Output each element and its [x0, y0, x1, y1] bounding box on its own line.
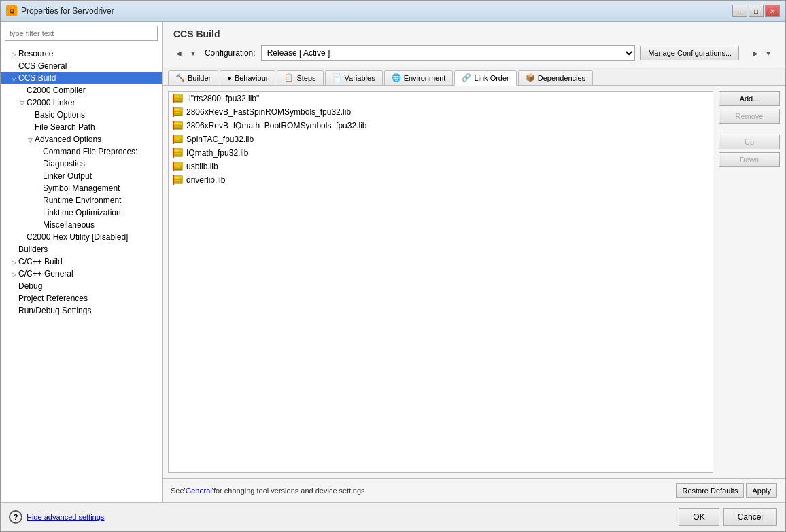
- tab-icon-steps: 📋: [284, 73, 294, 82]
- list-item[interactable]: 2806xRevB_IQmath_BootROMSymbols_fpu32.li…: [169, 119, 713, 132]
- tree-item-command-file[interactable]: Command File Preproces:: [1, 145, 162, 158]
- tab-link-order[interactable]: 🔗Link Order: [454, 70, 516, 86]
- tree-item-diagnostics[interactable]: Diagnostics: [1, 158, 162, 170]
- title-buttons: — □ ✕: [732, 5, 780, 17]
- tree-item-label: C/C++ Build: [18, 257, 63, 266]
- tree-item-linker-output[interactable]: Linker Output: [1, 170, 162, 182]
- list-item-label: IQmath_fpu32.lib: [186, 148, 248, 158]
- maximize-button[interactable]: □: [749, 5, 764, 17]
- tree-item-c2000-hex-utility[interactable]: C2000 Hex Utility [Disabled]: [1, 231, 162, 243]
- add-button[interactable]: Add...: [719, 91, 780, 106]
- tree-item-c2000-compiler[interactable]: C2000 Compiler: [1, 84, 162, 96]
- tree-item-ccs-general[interactable]: CCS General: [1, 60, 162, 72]
- restore-defaults-button[interactable]: Restore Defaults: [676, 483, 744, 498]
- title-bar: ⚙ Properties for Servodriver — □ ✕: [1, 1, 785, 22]
- list-item[interactable]: 2806xRevB_FastSpinROMSymbols_fpu32.lib: [169, 105, 713, 119]
- tree-item-symbol-management[interactable]: Symbol Management: [1, 182, 162, 194]
- tab-steps[interactable]: 📋Steps: [277, 70, 323, 85]
- link-order-list[interactable]: -l"rts2800_fpu32.lib" 2806xRevB_FastSpin…: [168, 91, 713, 473]
- tab-variables[interactable]: 📄Variables: [325, 70, 383, 85]
- title-bar-left: ⚙ Properties for Servodriver: [6, 5, 114, 16]
- svg-rect-13: [175, 126, 180, 127]
- manage-configurations-button[interactable]: Manage Configurations...: [640, 46, 739, 60]
- list-item[interactable]: IQmath_fpu32.lib: [169, 146, 713, 160]
- tab-label-variables: Variables: [345, 74, 375, 82]
- tree-item-label: C/C++ General: [18, 269, 73, 279]
- tree-item-debug[interactable]: Debug: [1, 280, 162, 292]
- tree-item-label: C2000 Hex Utility [Disabled]: [27, 232, 128, 242]
- tree-item-basic-options[interactable]: Basic Options: [1, 109, 162, 121]
- nav-forward-button[interactable]: ▶: [750, 48, 761, 58]
- tab-icon-dependencies: 📦: [526, 73, 535, 82]
- tree-item-run-debug-settings[interactable]: Run/Debug Settings: [1, 304, 162, 317]
- tab-icon-behaviour: ●: [227, 74, 232, 82]
- nav-back-button[interactable]: ◀: [173, 48, 184, 58]
- general-link[interactable]: 'General': [184, 486, 213, 495]
- config-label: Configuration:: [205, 48, 256, 58]
- window-icon: ⚙: [6, 5, 17, 16]
- tree-item-label: Resource: [18, 49, 53, 58]
- tree-item-label: Run/Debug Settings: [18, 306, 91, 315]
- tree-item-label: Command File Preproces:: [43, 147, 137, 156]
- close-button[interactable]: ✕: [765, 5, 780, 17]
- tree-item-c2000-linker[interactable]: ▽ C2000 Linker: [1, 96, 162, 109]
- tree-item-advanced-options[interactable]: ▽ Advanced Options: [1, 133, 162, 145]
- list-item[interactable]: usblib.lib: [169, 160, 713, 173]
- down-button[interactable]: Down: [719, 152, 780, 167]
- svg-rect-27: [175, 164, 179, 165]
- bottom-text-prefix: See: [171, 486, 184, 495]
- help-icon[interactable]: ?: [9, 510, 22, 524]
- tab-icon-link-order: 🔗: [462, 73, 471, 82]
- tree-item-cpp-general[interactable]: ▷ C/C++ General: [1, 268, 162, 280]
- tree-item-label: Runtime Environment: [43, 196, 121, 205]
- lib-icon: [173, 162, 184, 171]
- remove-button[interactable]: Remove: [719, 109, 780, 124]
- tree-item-label: Symbol Management: [43, 183, 120, 193]
- cancel-button[interactable]: Cancel: [723, 508, 777, 526]
- apply-button[interactable]: Apply: [746, 483, 777, 498]
- tree-item-cpp-build[interactable]: ▷ C/C++ Build: [1, 255, 162, 268]
- svg-rect-22: [175, 150, 179, 152]
- tree-item-label: Linktime Optimization: [43, 208, 121, 217]
- list-item-label: 2806xRevB_FastSpinROMSymbols_fpu32.lib: [186, 107, 351, 117]
- panel-title: CCS Build: [173, 29, 774, 39]
- list-item-label: SpinTAC_fpu32.lib: [186, 135, 254, 144]
- tree-item-ccs-build[interactable]: ▽ CCS Build: [1, 72, 162, 84]
- tree-item-runtime-environment[interactable]: Runtime Environment: [1, 194, 162, 207]
- tree-item-miscellaneous[interactable]: Miscellaneous: [1, 219, 162, 231]
- lib-icon: [173, 175, 184, 185]
- tree-item-builders[interactable]: Builders: [1, 243, 162, 255]
- list-item[interactable]: -l"rts2800_fpu32.lib": [169, 92, 713, 105]
- minimize-button[interactable]: —: [732, 5, 747, 17]
- tree-item-linktime-optimization[interactable]: Linktime Optimization: [1, 207, 162, 219]
- tree-item-project-references[interactable]: Project References: [1, 292, 162, 304]
- nav-forward-dropdown[interactable]: ▼: [762, 48, 774, 58]
- hide-advanced-link[interactable]: Hide advanced settings: [27, 513, 104, 521]
- tree-item-label: CCS General: [18, 61, 67, 71]
- tree-item-file-search-path[interactable]: File Search Path: [1, 121, 162, 133]
- window-title: Properties for Servodriver: [21, 6, 114, 16]
- svg-rect-34: [173, 175, 174, 185]
- up-button[interactable]: Up: [719, 135, 780, 149]
- tab-behaviour[interactable]: ●Behaviour: [220, 70, 275, 85]
- tabs-bar: 🔨Builder●Behaviour📋Steps📄Variables🌐Envir…: [163, 67, 785, 86]
- bottom-text-suffix: for changing tool versions and device se…: [213, 486, 365, 495]
- nav-back-dropdown[interactable]: ▼: [187, 48, 199, 58]
- tab-label-behaviour: Behaviour: [235, 74, 269, 82]
- config-select[interactable]: Release [ Active ]: [261, 45, 636, 61]
- tab-dependencies[interactable]: 📦Dependencies: [518, 70, 593, 85]
- list-item[interactable]: driverlib.lib: [169, 173, 713, 187]
- tab-builder[interactable]: 🔨Builder: [168, 70, 218, 85]
- footer-left: ? Hide advanced settings: [9, 510, 104, 524]
- tree-item-label: Debug: [18, 281, 42, 291]
- list-item[interactable]: SpinTAC_fpu32.lib: [169, 132, 713, 146]
- tab-environment[interactable]: 🌐Environment: [384, 70, 454, 85]
- expand-arrow: ▷: [12, 271, 18, 278]
- svg-rect-7: [175, 109, 179, 111]
- ok-button[interactable]: OK: [679, 508, 719, 526]
- left-panel: ▷ Resource CCS General▽ CCS Build C2000 …: [1, 22, 163, 502]
- side-buttons: Add... Remove Up Down: [719, 91, 780, 473]
- panel-header: CCS Build ◀ ▼ Configuration: Release [ A…: [163, 22, 785, 67]
- tree-item-resource[interactable]: ▷ Resource: [1, 48, 162, 60]
- filter-input[interactable]: [5, 26, 158, 41]
